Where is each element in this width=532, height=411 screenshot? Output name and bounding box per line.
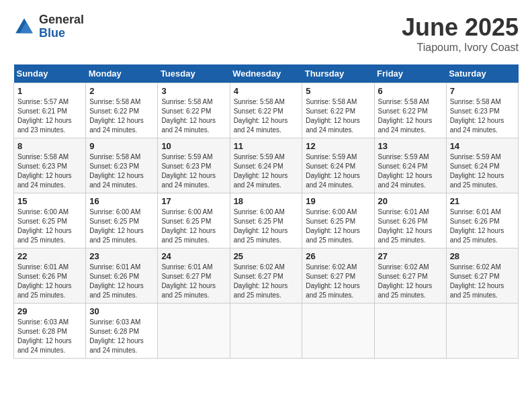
day-number: 20	[378, 196, 443, 206]
day-number: 13	[378, 141, 443, 151]
logo: General Blue	[13, 13, 84, 40]
calendar-cell: 26 Sunrise: 6:02 AM Sunset: 6:27 PM Dayl…	[302, 248, 374, 304]
day-info: Sunrise: 6:00 AM Sunset: 6:25 PM Dayligh…	[17, 208, 82, 245]
calendar: SundayMondayTuesdayWednesdayThursdayFrid…	[13, 64, 519, 359]
calendar-cell: 19 Sunrise: 6:00 AM Sunset: 6:25 PM Dayl…	[302, 193, 374, 248]
calendar-cell: 23 Sunrise: 6:01 AM Sunset: 6:26 PM Dayl…	[86, 248, 158, 304]
day-info: Sunrise: 5:59 AM Sunset: 6:23 PM Dayligh…	[161, 152, 226, 190]
day-info: Sunrise: 5:58 AM Sunset: 6:23 PM Dayligh…	[450, 97, 515, 135]
day-info: Sunrise: 6:02 AM Sunset: 6:27 PM Dayligh…	[234, 263, 299, 300]
day-info: Sunrise: 6:01 AM Sunset: 6:26 PM Dayligh…	[17, 263, 82, 300]
day-info: Sunrise: 6:03 AM Sunset: 6:28 PM Dayligh…	[17, 318, 82, 355]
weekday-header: Monday	[86, 64, 158, 83]
calendar-cell: 5 Sunrise: 5:58 AM Sunset: 6:22 PM Dayli…	[302, 83, 374, 138]
calendar-cell: 28 Sunrise: 6:02 AM Sunset: 6:27 PM Dayl…	[446, 248, 518, 304]
calendar-cell	[374, 304, 446, 359]
calendar-cell: 24 Sunrise: 6:01 AM Sunset: 6:27 PM Dayl…	[158, 248, 230, 304]
day-number: 14	[450, 141, 515, 151]
calendar-week-row: 29 Sunrise: 6:03 AM Sunset: 6:28 PM Dayl…	[14, 304, 519, 359]
day-info: Sunrise: 5:58 AM Sunset: 6:22 PM Dayligh…	[89, 97, 154, 135]
day-info: Sunrise: 5:59 AM Sunset: 6:24 PM Dayligh…	[306, 152, 370, 190]
title-area: June 2025 Tiapoum, Ivory Coast	[402, 13, 519, 54]
day-info: Sunrise: 6:02 AM Sunset: 6:27 PM Dayligh…	[450, 263, 515, 300]
calendar-cell: 30 Sunrise: 6:03 AM Sunset: 6:28 PM Dayl…	[86, 304, 158, 359]
calendar-cell: 14 Sunrise: 5:59 AM Sunset: 6:24 PM Dayl…	[446, 138, 518, 193]
month-title: June 2025	[402, 13, 519, 42]
day-info: Sunrise: 5:57 AM Sunset: 6:21 PM Dayligh…	[17, 97, 82, 135]
calendar-cell: 20 Sunrise: 6:01 AM Sunset: 6:26 PM Dayl…	[374, 193, 446, 248]
day-number: 30	[89, 306, 154, 316]
calendar-cell: 21 Sunrise: 6:01 AM Sunset: 6:26 PM Dayl…	[446, 193, 518, 248]
calendar-cell: 4 Sunrise: 5:58 AM Sunset: 6:22 PM Dayli…	[230, 83, 302, 138]
calendar-cell: 25 Sunrise: 6:02 AM Sunset: 6:27 PM Dayl…	[230, 248, 302, 304]
day-info: Sunrise: 5:58 AM Sunset: 6:22 PM Dayligh…	[234, 97, 299, 135]
calendar-cell	[158, 304, 230, 359]
calendar-cell: 15 Sunrise: 6:00 AM Sunset: 6:25 PM Dayl…	[14, 193, 86, 248]
day-info: Sunrise: 5:58 AM Sunset: 6:22 PM Dayligh…	[306, 97, 370, 135]
calendar-week-row: 22 Sunrise: 6:01 AM Sunset: 6:26 PM Dayl…	[14, 248, 519, 304]
day-number: 27	[378, 251, 443, 261]
day-number: 19	[306, 196, 370, 206]
calendar-cell: 8 Sunrise: 5:58 AM Sunset: 6:23 PM Dayli…	[14, 138, 86, 193]
weekday-header: Thursday	[302, 64, 374, 83]
calendar-cell: 16 Sunrise: 6:00 AM Sunset: 6:25 PM Dayl…	[86, 193, 158, 248]
calendar-cell: 10 Sunrise: 5:59 AM Sunset: 6:23 PM Dayl…	[158, 138, 230, 193]
header: General Blue June 2025 Tiapoum, Ivory Co…	[13, 13, 519, 54]
day-number: 23	[89, 251, 154, 261]
day-number: 26	[306, 251, 370, 261]
weekday-header-row: SundayMondayTuesdayWednesdayThursdayFrid…	[14, 64, 519, 83]
day-number: 28	[450, 251, 515, 261]
logo-general-text: General	[39, 13, 84, 27]
day-info: Sunrise: 6:03 AM Sunset: 6:28 PM Dayligh…	[89, 318, 154, 355]
day-info: Sunrise: 5:58 AM Sunset: 6:22 PM Dayligh…	[378, 97, 443, 135]
day-info: Sunrise: 6:00 AM Sunset: 6:25 PM Dayligh…	[89, 208, 154, 245]
day-number: 22	[17, 251, 82, 261]
day-number: 6	[378, 86, 443, 96]
calendar-cell: 11 Sunrise: 5:59 AM Sunset: 6:24 PM Dayl…	[230, 138, 302, 193]
calendar-cell: 6 Sunrise: 5:58 AM Sunset: 6:22 PM Dayli…	[374, 83, 446, 138]
logo-blue-text: Blue	[39, 27, 84, 40]
logo-text: General Blue	[39, 13, 84, 40]
day-number: 16	[89, 196, 154, 206]
day-number: 3	[161, 86, 226, 96]
calendar-cell: 12 Sunrise: 5:59 AM Sunset: 6:24 PM Dayl…	[302, 138, 374, 193]
calendar-cell: 18 Sunrise: 6:00 AM Sunset: 6:25 PM Dayl…	[230, 193, 302, 248]
day-info: Sunrise: 5:58 AM Sunset: 6:22 PM Dayligh…	[161, 97, 226, 135]
day-info: Sunrise: 6:02 AM Sunset: 6:27 PM Dayligh…	[378, 263, 443, 300]
day-info: Sunrise: 5:58 AM Sunset: 6:23 PM Dayligh…	[17, 152, 82, 190]
day-info: Sunrise: 6:01 AM Sunset: 6:27 PM Dayligh…	[161, 263, 226, 300]
calendar-cell: 1 Sunrise: 5:57 AM Sunset: 6:21 PM Dayli…	[14, 83, 86, 138]
day-info: Sunrise: 6:02 AM Sunset: 6:27 PM Dayligh…	[306, 263, 370, 300]
day-number: 8	[17, 141, 82, 151]
day-number: 7	[450, 86, 515, 96]
day-number: 9	[89, 141, 154, 151]
calendar-cell: 27 Sunrise: 6:02 AM Sunset: 6:27 PM Dayl…	[374, 248, 446, 304]
weekday-header: Tuesday	[158, 64, 230, 83]
day-info: Sunrise: 6:00 AM Sunset: 6:25 PM Dayligh…	[306, 208, 370, 245]
logo-icon	[13, 16, 35, 38]
calendar-cell: 13 Sunrise: 5:59 AM Sunset: 6:24 PM Dayl…	[374, 138, 446, 193]
day-number: 17	[161, 196, 226, 206]
calendar-cell: 22 Sunrise: 6:01 AM Sunset: 6:26 PM Dayl…	[14, 248, 86, 304]
calendar-cell	[446, 304, 518, 359]
day-info: Sunrise: 6:01 AM Sunset: 6:26 PM Dayligh…	[450, 208, 515, 245]
day-number: 12	[306, 141, 370, 151]
day-number: 21	[450, 196, 515, 206]
day-number: 5	[306, 86, 370, 96]
calendar-week-row: 1 Sunrise: 5:57 AM Sunset: 6:21 PM Dayli…	[14, 83, 519, 138]
day-number: 15	[17, 196, 82, 206]
day-number: 1	[17, 86, 82, 96]
day-info: Sunrise: 6:01 AM Sunset: 6:26 PM Dayligh…	[378, 208, 443, 245]
day-number: 18	[234, 196, 299, 206]
day-info: Sunrise: 5:58 AM Sunset: 6:23 PM Dayligh…	[89, 152, 154, 190]
calendar-cell: 29 Sunrise: 6:03 AM Sunset: 6:28 PM Dayl…	[14, 304, 86, 359]
location-title: Tiapoum, Ivory Coast	[402, 42, 519, 54]
day-number: 24	[161, 251, 226, 261]
weekday-header: Friday	[374, 64, 446, 83]
day-number: 4	[234, 86, 299, 96]
day-info: Sunrise: 5:59 AM Sunset: 6:24 PM Dayligh…	[450, 152, 515, 190]
day-number: 29	[17, 306, 82, 316]
day-number: 10	[161, 141, 226, 151]
calendar-cell: 3 Sunrise: 5:58 AM Sunset: 6:22 PM Dayli…	[158, 83, 230, 138]
day-number: 11	[234, 141, 299, 151]
